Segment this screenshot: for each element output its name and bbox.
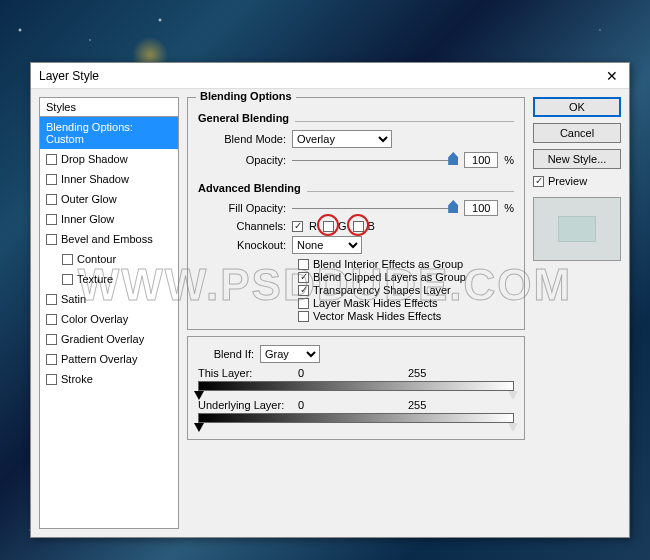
style-item-stroke[interactable]: Stroke — [40, 369, 178, 389]
style-checkbox[interactable] — [46, 334, 57, 345]
style-item-inner-shadow[interactable]: Inner Shadow — [40, 169, 178, 189]
underlying-slider[interactable] — [198, 413, 514, 423]
style-checkbox[interactable] — [62, 274, 73, 285]
style-label: Inner Glow — [61, 213, 114, 225]
general-blending-title: General Blending — [198, 112, 295, 124]
fill-opacity-slider[interactable] — [292, 202, 458, 214]
knockout-label: Knockout: — [198, 239, 286, 251]
fill-opacity-unit: % — [504, 202, 514, 214]
underlying-high: 255 — [408, 399, 458, 411]
style-item-outer-glow[interactable]: Outer Glow — [40, 189, 178, 209]
this-layer-high: 255 — [408, 367, 458, 379]
right-button-panel: OK Cancel New Style... Preview — [533, 97, 621, 529]
style-checkbox[interactable] — [46, 374, 57, 385]
styles-header: Styles — [40, 98, 178, 117]
style-checkbox[interactable] — [46, 154, 57, 165]
style-checkbox[interactable] — [46, 214, 57, 225]
style-label: Color Overlay — [61, 313, 128, 325]
opacity-label: Opacity: — [198, 154, 286, 166]
style-checkbox[interactable] — [46, 294, 57, 305]
blend-mode-select[interactable]: Overlay — [292, 130, 392, 148]
styles-list: Blending Options: CustomDrop ShadowInner… — [40, 117, 178, 528]
underlying-label: Underlying Layer: — [198, 399, 298, 411]
preview-label: Preview — [548, 175, 587, 187]
underlying-low: 0 — [298, 399, 348, 411]
style-label: Texture — [77, 273, 113, 285]
style-item-bevel-and-emboss[interactable]: Bevel and Emboss — [40, 229, 178, 249]
opacity-slider[interactable] — [292, 154, 458, 166]
style-label: Inner Shadow — [61, 173, 129, 185]
style-label: Satin — [61, 293, 86, 305]
knockout-select[interactable]: None — [292, 236, 362, 254]
blend-interior-label: Blend Interior Effects as Group — [313, 258, 463, 270]
layer-mask-hides-label: Layer Mask Hides Effects — [313, 297, 438, 309]
style-item-color-overlay[interactable]: Color Overlay — [40, 309, 178, 329]
blending-options-panel: Blending Options General Blending Blend … — [187, 97, 525, 529]
advanced-blending-title: Advanced Blending — [198, 182, 307, 194]
style-item-drop-shadow[interactable]: Drop Shadow — [40, 149, 178, 169]
blending-options-title: Blending Options — [196, 90, 296, 102]
style-checkbox[interactable] — [62, 254, 73, 265]
style-label: Bevel and Emboss — [61, 233, 153, 245]
channel-r-checkbox[interactable] — [292, 221, 303, 232]
channel-g-label: G — [338, 220, 347, 232]
style-item-pattern-overlay[interactable]: Pattern Overlay — [40, 349, 178, 369]
blend-clipped-label: Blend Clipped Layers as Group — [313, 271, 466, 283]
style-checkbox[interactable] — [46, 194, 57, 205]
style-item-inner-glow[interactable]: Inner Glow — [40, 209, 178, 229]
style-item-gradient-overlay[interactable]: Gradient Overlay — [40, 329, 178, 349]
layer-mask-hides-checkbox[interactable] — [298, 298, 309, 309]
vector-mask-hides-checkbox[interactable] — [298, 311, 309, 322]
opacity-unit: % — [504, 154, 514, 166]
style-item-texture[interactable]: Texture — [40, 269, 178, 289]
blend-clipped-checkbox[interactable] — [298, 272, 309, 283]
style-checkbox[interactable] — [46, 174, 57, 185]
titlebar[interactable]: Layer Style ✕ — [31, 63, 629, 89]
vector-mask-hides-label: Vector Mask Hides Effects — [313, 310, 441, 322]
blend-interior-checkbox[interactable] — [298, 259, 309, 270]
transparency-shapes-label: Transparency Shapes Layer — [313, 284, 451, 296]
window-title: Layer Style — [39, 69, 99, 83]
fill-opacity-label: Fill Opacity: — [198, 202, 286, 214]
styles-panel: Styles Blending Options: CustomDrop Shad… — [39, 97, 179, 529]
style-label: Gradient Overlay — [61, 333, 144, 345]
this-layer-low: 0 — [298, 367, 348, 379]
channel-r-label: R — [309, 220, 317, 232]
style-item-blending-options-custom[interactable]: Blending Options: Custom — [40, 117, 178, 149]
close-button[interactable]: ✕ — [595, 63, 629, 89]
cancel-button[interactable]: Cancel — [533, 123, 621, 143]
style-checkbox[interactable] — [46, 234, 57, 245]
blend-if-panel: Blend If: Gray This Layer: 0 255 Underly… — [187, 336, 525, 440]
ok-button[interactable]: OK — [533, 97, 621, 117]
transparency-shapes-checkbox[interactable] — [298, 285, 309, 296]
fill-opacity-value[interactable]: 100 — [464, 200, 498, 216]
style-label: Pattern Overlay — [61, 353, 137, 365]
style-item-satin[interactable]: Satin — [40, 289, 178, 309]
style-label: Outer Glow — [61, 193, 117, 205]
blend-if-select[interactable]: Gray — [260, 345, 320, 363]
layer-style-dialog: Layer Style ✕ Styles Blending Options: C… — [30, 62, 630, 538]
channels-label: Channels: — [198, 220, 286, 232]
style-label: Blending Options: Custom — [46, 121, 172, 145]
preview-thumbnail — [533, 197, 621, 261]
style-label: Stroke — [61, 373, 93, 385]
blend-if-label: Blend If: — [198, 348, 254, 360]
blend-mode-label: Blend Mode: — [198, 133, 286, 145]
channel-g-checkbox[interactable] — [323, 221, 334, 232]
style-label: Contour — [77, 253, 116, 265]
channel-b-checkbox[interactable] — [353, 221, 364, 232]
opacity-value[interactable]: 100 — [464, 152, 498, 168]
style-label: Drop Shadow — [61, 153, 128, 165]
new-style-button[interactable]: New Style... — [533, 149, 621, 169]
channel-b-label: B — [368, 220, 375, 232]
this-layer-label: This Layer: — [198, 367, 298, 379]
style-item-contour[interactable]: Contour — [40, 249, 178, 269]
style-checkbox[interactable] — [46, 314, 57, 325]
style-checkbox[interactable] — [46, 354, 57, 365]
preview-checkbox[interactable] — [533, 176, 544, 187]
this-layer-slider[interactable] — [198, 381, 514, 391]
